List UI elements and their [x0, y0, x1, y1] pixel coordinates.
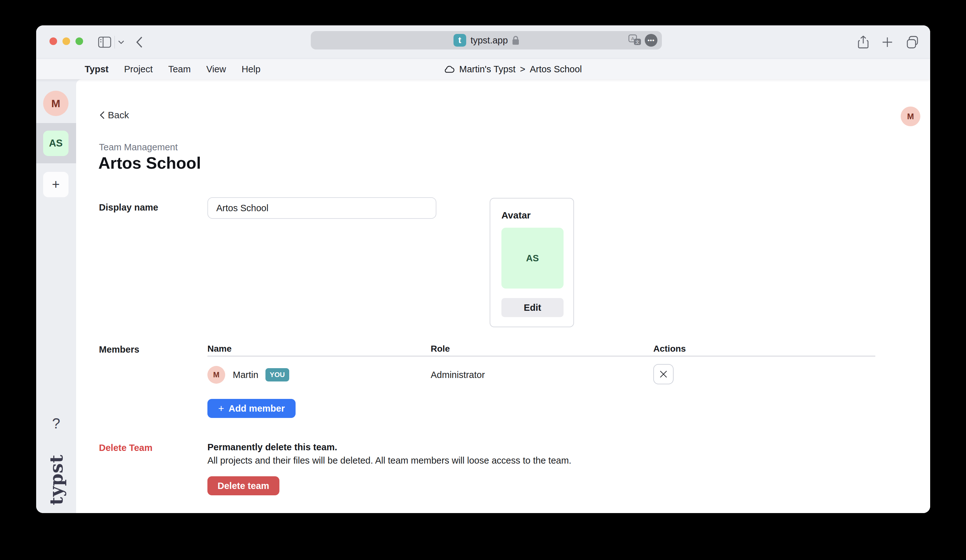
breadcrumb-page: Artos School [530, 64, 582, 74]
browser-toolbar: t typst.app A 文 ••• [36, 25, 930, 59]
back-navigation-icon[interactable] [136, 25, 143, 59]
back-label: Back [108, 110, 129, 120]
menu-typst[interactable]: Typst [85, 64, 108, 74]
team-avatar: AS [501, 228, 564, 289]
lock-icon [512, 36, 519, 45]
minimize-window-button[interactable] [62, 38, 70, 45]
plus-icon: + [218, 403, 224, 414]
svg-text:文: 文 [636, 39, 640, 44]
delete-team-label: Delete Team [99, 443, 153, 453]
add-member-button[interactable]: + Add member [207, 399, 296, 418]
site-favicon: t [453, 34, 466, 47]
add-member-label: Add member [228, 403, 285, 414]
browser-window: t typst.app A 文 ••• [36, 25, 930, 513]
members-label: Members [99, 344, 139, 355]
chevron-down-icon[interactable] [118, 25, 124, 59]
page-title: Artos School [98, 153, 201, 172]
translate-icon[interactable]: A 文 [628, 34, 642, 46]
breadcrumb-team[interactable]: Martin's Typst [459, 64, 515, 74]
close-window-button[interactable] [49, 38, 57, 45]
display-name-input[interactable] [207, 197, 436, 219]
back-button[interactable]: Back [100, 110, 129, 120]
help-icon[interactable]: ? [36, 415, 76, 432]
member-avatar: M [207, 366, 225, 384]
typst-logo: typst [36, 456, 76, 504]
account-avatar[interactable]: M [901, 107, 920, 126]
app-menubar: Typst Project Team View Help Martin's Ty… [36, 59, 930, 79]
traffic-lights [49, 38, 83, 45]
breadcrumb: Martin's Typst > Artos School [444, 59, 582, 79]
member-name: Martin [233, 370, 258, 380]
edit-avatar-button[interactable]: Edit [501, 298, 564, 317]
sidebar-user-avatar[interactable]: M [43, 91, 69, 116]
sidebar-add-team-button[interactable]: + [43, 172, 69, 197]
table-divider [207, 356, 875, 356]
column-header-role: Role [430, 344, 450, 354]
menu-project[interactable]: Project [124, 64, 153, 74]
close-icon [659, 370, 667, 378]
avatar-card-title: Avatar [501, 210, 531, 221]
page-settings-icon[interactable]: ••• [645, 34, 657, 47]
menu-help[interactable]: Help [242, 64, 261, 74]
tab-overview-icon[interactable] [906, 36, 919, 49]
share-icon[interactable] [858, 36, 869, 49]
avatar-card: Avatar AS Edit [490, 198, 574, 327]
delete-team-button[interactable]: Delete team [207, 476, 279, 495]
menu-view[interactable]: View [206, 64, 226, 74]
delete-team-description: All projects and their files will be del… [207, 455, 572, 466]
workspace-sidebar: M AS + ? typst [36, 79, 76, 513]
chevron-left-icon [100, 111, 105, 119]
sidebar-toggle-icon[interactable] [98, 25, 111, 59]
column-header-name: Name [207, 344, 232, 354]
sidebar-item-team-artos-school[interactable]: AS [43, 131, 69, 156]
you-badge: YOU [265, 368, 289, 381]
svg-text:A: A [631, 36, 634, 41]
app-menus: Typst Project Team View Help [85, 59, 260, 79]
url-bar[interactable]: t typst.app A 文 ••• [311, 31, 662, 49]
url-text: typst.app [471, 35, 508, 46]
delete-team-heading: Permanently delete this team. [207, 442, 337, 453]
member-row: M Martin YOU [207, 366, 289, 384]
display-name-label: Display name [99, 202, 158, 213]
page-eyebrow: Team Management [99, 142, 177, 153]
cloud-icon [444, 65, 455, 73]
breadcrumb-separator: > [520, 64, 525, 74]
member-role: Administrator [430, 370, 485, 380]
zoom-window-button[interactable] [76, 38, 83, 45]
column-header-actions: Actions [653, 344, 686, 354]
menu-team[interactable]: Team [168, 64, 191, 74]
team-management-page: Back M Team Management Artos School Disp… [76, 79, 930, 513]
remove-member-button[interactable] [653, 364, 674, 384]
new-tab-icon[interactable] [882, 37, 893, 48]
